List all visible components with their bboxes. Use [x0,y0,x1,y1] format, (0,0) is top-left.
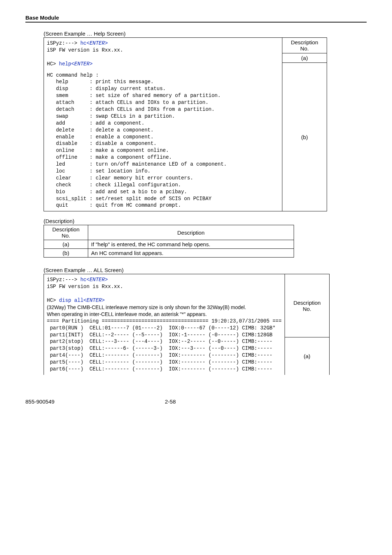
desc-ref-a: (a) [282,53,327,63]
help-screen-table: iSPyz:---> hc<ENTER> iSP FW version is R… [44,37,327,211]
desc-ref-a-2: (a) [285,337,329,375]
desc-ref-b: (b) [282,63,327,211]
terminal-block-b: HC command help : help : print this mess… [47,72,279,209]
page-header: Base Module [25,15,367,21]
desc-caption-1: (Description) [44,218,367,224]
desc-no-header-2: Description No. [285,274,329,337]
doc-number: 855-900549 [25,398,54,405]
terminal-block-2: iSPyz:---> hc<ENTER> iSP FW version is R… [47,276,282,304]
desc-th-no: Description No. [44,225,88,240]
description-table-1: Description No. Description (a) If "help… [44,225,294,258]
note-line-1: (32Way) The CIMB-CELL interleave memory … [47,304,282,311]
table-row: (b) An HC command list appears. [44,249,294,258]
footer: 855-900549 2-58 [25,398,367,405]
desc-th-desc: Description [88,225,294,240]
partition-block: ==== Partitioning ======================… [47,318,282,373]
header-rule [25,22,367,23]
note-line-2: When operating in inter-CELL interleave … [47,311,282,318]
desc-no-header: Description No. [282,38,327,53]
section2-caption: (Screen Example … ALL Screen) [44,267,367,273]
all-screen-table: iSPyz:---> hc<ENTER> iSP FW version is R… [44,274,330,374]
page-number: 2-58 [165,398,176,405]
terminal-block-a: iSPyz:---> hc<ENTER> iSP FW version is R… [47,40,279,68]
section1-caption: (Screen Example … Help Screen) [44,31,367,37]
table-row: (a) If "help" is entered, the HC command… [44,240,294,249]
